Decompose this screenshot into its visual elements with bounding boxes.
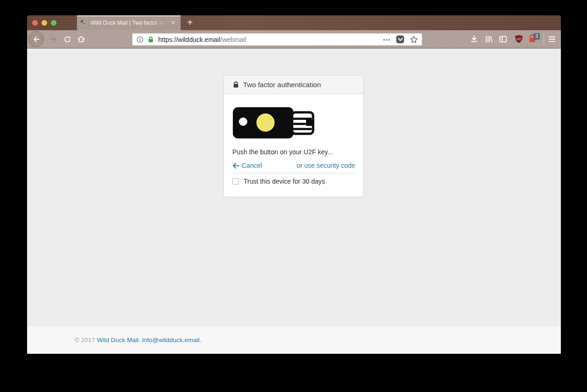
traffic-lights [32,20,56,26]
library-icon [485,35,493,43]
u2f-key-image [232,107,315,139]
page-footer: © 2017 Wild Duck Mail. info@wildduck.ema… [27,326,561,354]
card-title: Two factor authentication [243,81,321,89]
trust-device-row: Trust this device for 30 days [232,178,355,185]
card-divider [232,173,355,173]
browser-tab[interactable]: Wild Duck Mail | Two factor aut × [77,15,181,30]
use-security-code-link[interactable]: or use security code [297,161,355,170]
tab-title: Wild Duck Mail | Two factor aut [91,20,165,26]
ublock-origin-button[interactable]: UO [513,30,524,48]
sidebar-icon [499,35,507,43]
lock-icon [232,81,239,88]
page-actions-button[interactable]: ••• [383,37,391,42]
trust-device-checkbox[interactable] [232,178,239,185]
two-factor-card: Two factor authentication Push the butto… [224,75,363,197]
footer-text: © 2017 Wild Duck Mail. info@wildduck.ema… [75,337,201,344]
trust-device-label: Trust this device for 30 days [244,178,325,185]
url-bar[interactable]: https://wildduck.email/webmail ••• [132,33,422,46]
webpage-content: Two factor authentication Push the butto… [27,48,561,354]
forward-button [48,30,59,48]
title-bar: Wild Duck Mail | Two factor aut × + [27,15,561,30]
brand-link[interactable]: Wild Duck Mail. [97,337,140,344]
extension-lock-button[interactable]: 3 [526,30,538,48]
toolbar-separator [544,34,544,45]
new-tab-button[interactable]: + [184,17,196,29]
download-icon [470,35,478,43]
reload-icon [63,35,71,43]
browser-window: Wild Duck Mail | Two factor aut × + [27,15,561,354]
card-body: Push the button on your U2F key... Cance… [224,94,363,197]
close-tab-icon[interactable]: × [169,19,177,27]
page-info-icon[interactable] [136,36,144,43]
pocket-icon[interactable] [396,35,404,43]
navigation-toolbar: https://wildduck.email/webmail ••• [27,30,561,48]
forward-arrow-icon [49,35,57,43]
app-menu-button[interactable] [546,30,558,48]
left-arrow-icon [232,163,239,169]
svg-text:UO: UO [517,37,521,41]
cancel-label: Cancel [242,161,262,170]
back-button[interactable] [28,31,44,47]
library-button[interactable] [483,30,495,48]
back-arrow-icon [32,35,40,43]
card-header: Two factor authentication [224,76,363,94]
sidebar-toggle-button[interactable] [497,30,509,48]
contact-email-link[interactable]: info@wildduck.email. [142,337,201,344]
https-lock-icon[interactable] [147,36,154,43]
home-button[interactable] [76,30,87,48]
bookmark-star-icon[interactable] [410,35,418,44]
reload-button[interactable] [62,30,73,48]
ublock-shield-icon: UO [514,34,524,44]
minimize-window-button[interactable] [42,20,47,26]
url-path: /webmail [220,36,246,43]
home-icon [77,35,85,43]
close-window-button[interactable] [32,20,38,26]
links-row: Cancel or use security code [232,161,355,170]
u2f-instruction-text: Push the button on your U2F key... [232,147,355,157]
hamburger-menu-icon [548,36,556,42]
url-host: https://wildduck.email [158,36,220,43]
copyright-text: © 2017 [75,337,97,344]
url-text: https://wildduck.email/webmail [158,36,246,43]
cancel-link[interactable]: Cancel [232,161,262,170]
extension-badge-count: 3 [533,33,540,40]
duck-favicon-icon [80,19,87,27]
zoom-window-button[interactable] [51,20,56,26]
downloads-button[interactable] [468,30,480,48]
